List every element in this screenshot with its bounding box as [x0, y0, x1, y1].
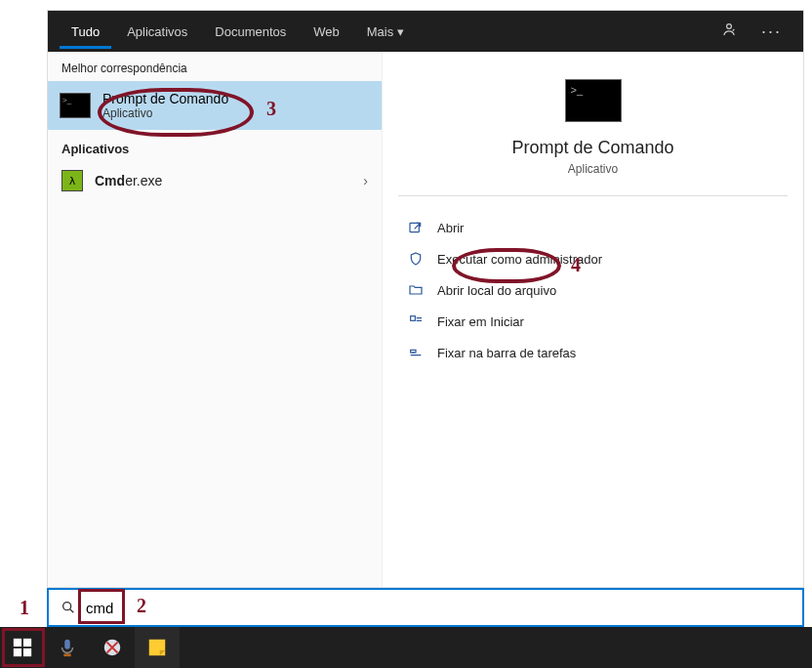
folder-icon	[408, 282, 424, 298]
preview-column: Prompt de Comando Aplicativo Abrir Execu…	[382, 52, 803, 587]
best-match-header: Melhor correspondência	[48, 52, 382, 81]
apps-section-header: Aplicativos	[48, 130, 382, 162]
open-icon	[408, 220, 424, 235]
tab-aplicativos[interactable]: Aplicativos	[115, 15, 199, 49]
lambda-icon: λ	[61, 170, 83, 191]
tab-web[interactable]: Web	[302, 15, 351, 49]
annotation-number-2: 2	[137, 595, 146, 617]
preview-actions: Abrir Executar como administrador Abrir …	[383, 196, 803, 384]
start-button[interactable]	[0, 627, 45, 668]
more-options-icon[interactable]: ···	[751, 21, 792, 42]
search-input[interactable]	[86, 600, 791, 616]
action-open-label: Abrir	[437, 221, 464, 235]
taskbar	[0, 627, 812, 668]
taskbar-app-snip[interactable]	[90, 627, 135, 668]
svg-rect-9	[64, 640, 70, 649]
svg-rect-6	[23, 639, 31, 647]
annotation-number-4: 4	[571, 254, 581, 276]
preview-header: Prompt de Comando Aplicativo	[383, 52, 803, 195]
app-match-rest: er.exe	[125, 173, 162, 188]
best-match-subtitle: Aplicativo	[102, 106, 228, 120]
app-match-bold: Cmd	[95, 173, 125, 188]
action-pin-taskbar-label: Fixar na barra de tarefas	[437, 346, 576, 360]
shield-icon	[408, 251, 424, 267]
svg-rect-10	[63, 653, 70, 656]
svg-point-0	[727, 24, 732, 29]
tab-documentos[interactable]: Documentos	[203, 15, 298, 49]
cmd-icon	[60, 93, 91, 118]
chevron-right-icon: ›	[363, 173, 368, 188]
svg-rect-5	[14, 639, 21, 647]
svg-rect-12	[149, 640, 166, 656]
feedback-person-icon[interactable]	[710, 21, 748, 42]
search-panel: Tudo Aplicativos Documentos Web Mais ▾ ·…	[47, 10, 804, 588]
app-item-cmder[interactable]: λ Cmder.exe ›	[48, 162, 382, 199]
taskbar-app-notes[interactable]	[135, 627, 180, 668]
svg-rect-1	[410, 223, 419, 231]
action-pin-start-label: Fixar em Iniciar	[437, 314, 524, 329]
best-match-item[interactable]: Prompt de Comando Aplicativo	[48, 81, 382, 130]
svg-rect-3	[411, 350, 416, 353]
action-open-location[interactable]: Abrir local do arquivo	[390, 274, 795, 306]
chevron-down-icon: ▾	[397, 24, 404, 39]
action-pin-start[interactable]: Fixar em Iniciar	[390, 306, 795, 337]
svg-rect-8	[23, 648, 31, 656]
svg-rect-7	[14, 648, 21, 656]
action-open[interactable]: Abrir	[390, 212, 795, 243]
action-location-label: Abrir local do arquivo	[437, 283, 556, 298]
cmd-icon-large	[565, 79, 622, 122]
action-run-admin[interactable]: Executar como administrador	[390, 243, 795, 274]
svg-rect-2	[411, 316, 416, 321]
tab-mais[interactable]: Mais ▾	[355, 15, 416, 49]
preview-subtitle: Aplicativo	[568, 162, 618, 176]
best-match-title: Prompt de Comando	[102, 91, 228, 106]
pin-taskbar-icon	[408, 345, 424, 360]
cortana-mic-icon[interactable]	[45, 627, 90, 668]
results-column: Melhor correspondência Prompt de Comando…	[48, 52, 382, 587]
search-tabs: Tudo Aplicativos Documentos Web Mais ▾ ·…	[48, 11, 803, 52]
pin-start-icon	[408, 313, 424, 329]
preview-title: Prompt de Comando	[511, 138, 673, 158]
tab-tudo[interactable]: Tudo	[60, 15, 111, 49]
search-icon	[61, 600, 76, 615]
search-bar[interactable]	[47, 588, 804, 627]
app-item-label: Cmder.exe	[95, 173, 363, 188]
annotation-number-3: 3	[266, 98, 276, 120]
action-pin-taskbar[interactable]: Fixar na barra de tarefas	[390, 337, 795, 368]
annotation-number-1: 1	[20, 597, 29, 619]
tab-mais-label: Mais	[367, 24, 393, 39]
svg-point-4	[63, 603, 71, 610]
search-body: Melhor correspondência Prompt de Comando…	[48, 52, 803, 587]
